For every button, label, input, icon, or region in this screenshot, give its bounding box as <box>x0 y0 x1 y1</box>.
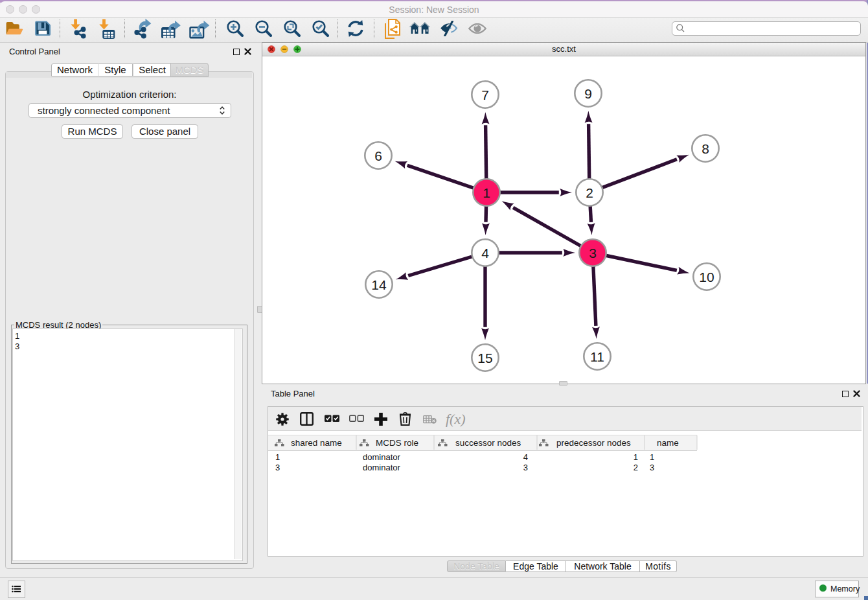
svg-text:4: 4 <box>481 246 489 260</box>
svg-text:1: 1 <box>483 185 490 200</box>
svg-text:MCDS role: MCDS role <box>376 438 418 448</box>
svg-text:3: 3 <box>589 246 597 260</box>
svg-text:name: name <box>657 438 679 448</box>
svg-text:10: 10 <box>699 270 714 284</box>
svg-text:shared name: shared name <box>291 438 342 448</box>
svg-text:15: 15 <box>477 351 492 365</box>
svg-text:14: 14 <box>371 277 387 292</box>
svg-text:predecessor nodes: predecessor nodes <box>556 438 631 448</box>
svg-text:6: 6 <box>374 148 382 163</box>
svg-text:11: 11 <box>590 349 604 364</box>
svg-text:8: 8 <box>702 141 709 156</box>
svg-text:successor nodes: successor nodes <box>455 438 521 448</box>
svg-text:2: 2 <box>586 185 593 200</box>
svg-text:7: 7 <box>481 87 489 102</box>
svg-text:9: 9 <box>584 86 592 101</box>
